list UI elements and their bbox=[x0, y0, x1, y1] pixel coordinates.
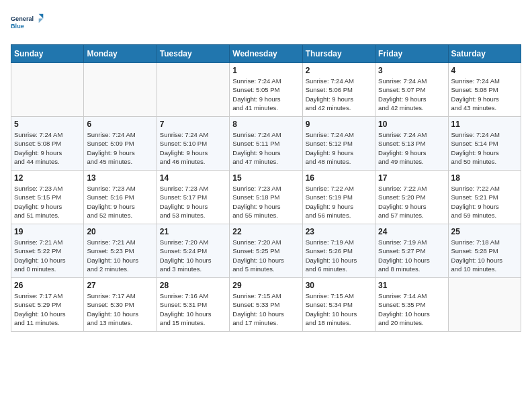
day-number: 28 bbox=[160, 281, 226, 290]
calendar-cell: 11Sunrise: 7:24 AM Sunset: 5:14 PM Dayli… bbox=[448, 117, 521, 171]
day-info: Sunrise: 7:24 AM Sunset: 5:13 PM Dayligh… bbox=[378, 130, 445, 166]
calendar-cell bbox=[448, 278, 521, 332]
calendar-cell: 10Sunrise: 7:24 AM Sunset: 5:13 PM Dayli… bbox=[375, 117, 448, 171]
day-number: 10 bbox=[378, 120, 445, 129]
calendar-cell: 6Sunrise: 7:24 AM Sunset: 5:09 PM Daylig… bbox=[84, 117, 157, 171]
day-info: Sunrise: 7:23 AM Sunset: 5:17 PM Dayligh… bbox=[160, 184, 226, 220]
calendar-cell: 5Sunrise: 7:24 AM Sunset: 5:08 PM Daylig… bbox=[11, 117, 84, 171]
day-info: Sunrise: 7:24 AM Sunset: 5:08 PM Dayligh… bbox=[14, 130, 81, 166]
day-info: Sunrise: 7:23 AM Sunset: 5:18 PM Dayligh… bbox=[232, 184, 299, 220]
day-info: Sunrise: 7:24 AM Sunset: 5:08 PM Dayligh… bbox=[451, 77, 518, 112]
logo: General Blue bbox=[11, 11, 44, 36]
day-info: Sunrise: 7:17 AM Sunset: 5:29 PM Dayligh… bbox=[14, 291, 81, 327]
day-of-week-header: Thursday bbox=[302, 45, 375, 63]
calendar-cell: 3Sunrise: 7:24 AM Sunset: 5:07 PM Daylig… bbox=[375, 63, 448, 117]
calendar-cell bbox=[11, 63, 84, 117]
day-number: 29 bbox=[232, 281, 299, 290]
day-info: Sunrise: 7:24 AM Sunset: 5:11 PM Dayligh… bbox=[232, 130, 299, 166]
day-info: Sunrise: 7:24 AM Sunset: 5:14 PM Dayligh… bbox=[451, 130, 518, 166]
day-number: 26 bbox=[14, 281, 81, 290]
calendar-cell: 2Sunrise: 7:24 AM Sunset: 5:06 PM Daylig… bbox=[302, 63, 375, 117]
day-number: 21 bbox=[160, 227, 226, 236]
svg-marker-3 bbox=[39, 14, 44, 19]
day-of-week-header: Saturday bbox=[448, 45, 521, 63]
calendar-cell: 29Sunrise: 7:15 AM Sunset: 5:33 PM Dayli… bbox=[230, 278, 302, 332]
day-number: 12 bbox=[14, 173, 81, 183]
day-number: 8 bbox=[232, 120, 299, 129]
svg-marker-4 bbox=[39, 19, 44, 24]
calendar-cell: 8Sunrise: 7:24 AM Sunset: 5:11 PM Daylig… bbox=[230, 117, 302, 171]
day-info: Sunrise: 7:15 AM Sunset: 5:33 PM Dayligh… bbox=[232, 291, 299, 327]
day-info: Sunrise: 7:20 AM Sunset: 5:24 PM Dayligh… bbox=[160, 238, 226, 273]
calendar-table: SundayMondayTuesdayWednesdayThursdayFrid… bbox=[11, 44, 521, 332]
svg-text:General: General bbox=[11, 15, 34, 22]
day-of-week-header: Sunday bbox=[11, 45, 84, 63]
day-info: Sunrise: 7:16 AM Sunset: 5:31 PM Dayligh… bbox=[160, 291, 226, 327]
day-info: Sunrise: 7:22 AM Sunset: 5:19 PM Dayligh… bbox=[306, 184, 372, 220]
calendar-cell: 30Sunrise: 7:15 AM Sunset: 5:34 PM Dayli… bbox=[302, 278, 375, 332]
calendar-cell: 18Sunrise: 7:22 AM Sunset: 5:21 PM Dayli… bbox=[448, 171, 521, 224]
calendar-cell: 14Sunrise: 7:23 AM Sunset: 5:17 PM Dayli… bbox=[157, 171, 229, 224]
day-number: 3 bbox=[378, 66, 445, 75]
day-info: Sunrise: 7:24 AM Sunset: 5:10 PM Dayligh… bbox=[160, 130, 226, 166]
calendar-cell: 23Sunrise: 7:19 AM Sunset: 5:26 PM Dayli… bbox=[302, 224, 375, 278]
day-number: 7 bbox=[160, 120, 226, 129]
calendar-cell: 28Sunrise: 7:16 AM Sunset: 5:31 PM Dayli… bbox=[157, 278, 229, 332]
calendar-cell: 31Sunrise: 7:14 AM Sunset: 5:35 PM Dayli… bbox=[375, 278, 448, 332]
calendar-cell: 20Sunrise: 7:21 AM Sunset: 5:23 PM Dayli… bbox=[84, 224, 157, 278]
calendar-cell: 7Sunrise: 7:24 AM Sunset: 5:10 PM Daylig… bbox=[157, 117, 229, 171]
day-number: 16 bbox=[306, 173, 372, 183]
calendar-cell bbox=[84, 63, 157, 117]
calendar-cell bbox=[157, 63, 229, 117]
day-info: Sunrise: 7:19 AM Sunset: 5:27 PM Dayligh… bbox=[378, 238, 445, 273]
day-info: Sunrise: 7:24 AM Sunset: 5:05 PM Dayligh… bbox=[232, 77, 299, 112]
day-number: 30 bbox=[306, 281, 372, 290]
calendar-cell: 26Sunrise: 7:17 AM Sunset: 5:29 PM Dayli… bbox=[11, 278, 84, 332]
calendar-cell: 24Sunrise: 7:19 AM Sunset: 5:27 PM Dayli… bbox=[375, 224, 448, 278]
calendar-cell: 17Sunrise: 7:22 AM Sunset: 5:20 PM Dayli… bbox=[375, 171, 448, 224]
day-number: 11 bbox=[451, 120, 518, 129]
day-info: Sunrise: 7:22 AM Sunset: 5:20 PM Dayligh… bbox=[378, 184, 445, 220]
day-number: 13 bbox=[87, 173, 153, 183]
logo-svg: General Blue bbox=[11, 11, 44, 36]
day-info: Sunrise: 7:24 AM Sunset: 5:09 PM Dayligh… bbox=[87, 130, 153, 166]
day-info: Sunrise: 7:22 AM Sunset: 5:21 PM Dayligh… bbox=[451, 184, 518, 220]
day-number: 5 bbox=[14, 120, 81, 129]
day-number: 14 bbox=[160, 173, 226, 183]
day-number: 18 bbox=[451, 173, 518, 183]
day-info: Sunrise: 7:24 AM Sunset: 5:12 PM Dayligh… bbox=[306, 130, 372, 166]
day-number: 22 bbox=[232, 227, 299, 236]
day-number: 4 bbox=[451, 66, 518, 75]
day-info: Sunrise: 7:19 AM Sunset: 5:26 PM Dayligh… bbox=[306, 238, 372, 273]
day-number: 9 bbox=[306, 120, 372, 129]
day-info: Sunrise: 7:21 AM Sunset: 5:23 PM Dayligh… bbox=[87, 238, 153, 273]
calendar-cell: 22Sunrise: 7:20 AM Sunset: 5:25 PM Dayli… bbox=[230, 224, 302, 278]
calendar-cell: 9Sunrise: 7:24 AM Sunset: 5:12 PM Daylig… bbox=[302, 117, 375, 171]
day-info: Sunrise: 7:17 AM Sunset: 5:30 PM Dayligh… bbox=[87, 291, 153, 327]
day-number: 1 bbox=[232, 66, 299, 75]
day-info: Sunrise: 7:14 AM Sunset: 5:35 PM Dayligh… bbox=[378, 291, 445, 327]
day-info: Sunrise: 7:23 AM Sunset: 5:16 PM Dayligh… bbox=[87, 184, 153, 220]
day-number: 27 bbox=[87, 281, 153, 290]
day-number: 23 bbox=[306, 227, 372, 236]
day-info: Sunrise: 7:24 AM Sunset: 5:06 PM Dayligh… bbox=[306, 77, 372, 112]
day-number: 25 bbox=[451, 227, 518, 236]
calendar-cell: 25Sunrise: 7:18 AM Sunset: 5:28 PM Dayli… bbox=[448, 224, 521, 278]
day-info: Sunrise: 7:15 AM Sunset: 5:34 PM Dayligh… bbox=[306, 291, 372, 327]
calendar-cell: 27Sunrise: 7:17 AM Sunset: 5:30 PM Dayli… bbox=[84, 278, 157, 332]
calendar-cell: 13Sunrise: 7:23 AM Sunset: 5:16 PM Dayli… bbox=[84, 171, 157, 224]
day-number: 20 bbox=[87, 227, 153, 236]
day-of-week-header: Tuesday bbox=[157, 45, 229, 63]
calendar-cell: 21Sunrise: 7:20 AM Sunset: 5:24 PM Dayli… bbox=[157, 224, 229, 278]
day-info: Sunrise: 7:23 AM Sunset: 5:15 PM Dayligh… bbox=[14, 184, 81, 220]
day-number: 19 bbox=[14, 227, 81, 236]
day-number: 17 bbox=[378, 173, 445, 183]
day-number: 15 bbox=[232, 173, 299, 183]
day-number: 31 bbox=[378, 281, 445, 290]
day-info: Sunrise: 7:24 AM Sunset: 5:07 PM Dayligh… bbox=[378, 77, 445, 112]
day-number: 2 bbox=[306, 66, 372, 75]
day-of-week-header: Wednesday bbox=[230, 45, 302, 63]
day-info: Sunrise: 7:20 AM Sunset: 5:25 PM Dayligh… bbox=[232, 238, 299, 273]
day-number: 6 bbox=[87, 120, 153, 129]
day-info: Sunrise: 7:21 AM Sunset: 5:22 PM Dayligh… bbox=[14, 238, 81, 273]
